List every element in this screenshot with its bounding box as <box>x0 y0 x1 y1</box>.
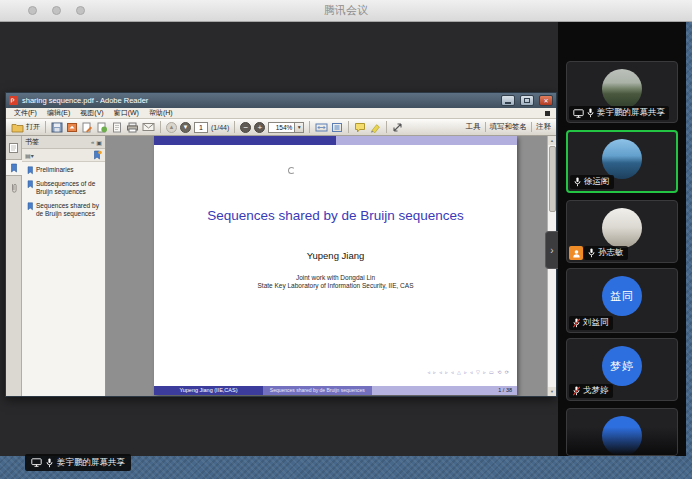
document-canvas: Sequences shared by de Bruijn sequences … <box>106 136 547 396</box>
menu-view[interactable]: 视图(V) <box>75 108 108 118</box>
page-sync-icon <box>96 122 108 133</box>
participant-tile-active-speaker[interactable]: 徐运阁 <box>566 130 678 193</box>
bookmark-item[interactable]: Sequences shared by de Bruijn sequences <box>27 202 102 219</box>
close-button[interactable]: ✕ <box>539 95 553 106</box>
zoom-in-button[interactable]: + <box>254 122 265 133</box>
mac-close-button[interactable] <box>28 6 37 15</box>
next-page-button[interactable]: ▼ <box>180 122 191 133</box>
previous-page-button[interactable]: ▲ <box>166 122 177 133</box>
page-thumbnails-icon <box>8 142 19 154</box>
export-pdf-button[interactable] <box>96 121 108 134</box>
participant-name: 孙志敏 <box>598 247 624 259</box>
fullscreen-arrows-icon <box>392 122 403 133</box>
mic-muted-icon <box>573 386 580 396</box>
bookmark-label: Subsequences of de Bruijn sequences <box>36 180 102 197</box>
comment-panel-button[interactable]: 注释 <box>536 122 551 132</box>
zoom-dropdown-button[interactable]: ▼ <box>295 122 304 133</box>
footer-author: Yupeng Jiang (IIE,CAS) <box>154 386 263 395</box>
participant-tile-partial[interactable] <box>566 408 678 456</box>
fill-sign-button[interactable]: 填写和签名 <box>490 122 528 132</box>
bookmark-options-button[interactable]: ▤▾ <box>25 152 34 159</box>
zoom-control: 154% ▼ <box>268 122 304 133</box>
bookmarks-toolbar: ▤▾ <box>22 149 105 162</box>
restore-button[interactable] <box>520 95 534 106</box>
screen-share-icon <box>573 109 584 118</box>
print-button[interactable] <box>126 121 139 134</box>
paperclip-icon <box>9 182 18 194</box>
slide-joint-line2: State Key Laboratory of Information Secu… <box>154 282 517 289</box>
footer-page-number: 1 / 38 <box>372 386 517 395</box>
bookmark-item[interactable]: Subsequences of de Bruijn sequences <box>27 180 102 197</box>
mic-on-icon <box>588 248 595 258</box>
highlight-button[interactable] <box>369 121 381 134</box>
convert-pdf-icon <box>66 122 78 133</box>
scroll-down-icon[interactable]: ▼ <box>548 387 556 396</box>
minimize-button[interactable] <box>501 95 515 106</box>
menu-file[interactable]: 文件(F) <box>9 108 42 118</box>
attachments-tab[interactable] <box>6 179 22 196</box>
fit-width-button[interactable] <box>315 121 328 134</box>
participant-name: 徐运阁 <box>584 176 610 188</box>
add-bookmark-icon <box>93 150 102 160</box>
zoom-level-value[interactable]: 154% <box>268 122 295 133</box>
page-thumbnails-tab[interactable] <box>6 139 22 156</box>
slide-author: Yupeng Jiang <box>154 250 517 261</box>
participant-tile[interactable]: 梦婷 戈梦婷 <box>566 338 678 401</box>
scrollbar-thumb[interactable] <box>549 146 556 212</box>
participant-tile-sharer[interactable]: 姜宇鹏的屏幕共享 <box>566 61 678 123</box>
bookmark-icon <box>27 166 34 175</box>
panel-options-icon[interactable]: ▣ <box>96 139 102 146</box>
participant-name: 戈梦婷 <box>583 385 609 397</box>
document-icon <box>111 122 123 133</box>
bookmarks-tab[interactable] <box>6 159 22 176</box>
participant-tile[interactable]: 孙志敏 <box>566 200 678 263</box>
save-icon <box>51 122 63 133</box>
menu-help[interactable]: 帮助(H) <box>144 108 178 118</box>
mac-zoom-button[interactable] <box>76 6 85 15</box>
bookmarks-title: 书签 <box>25 137 89 147</box>
bookmark-icon <box>10 163 18 173</box>
open-label: 打开 <box>26 122 40 132</box>
pdf-slide: Sequences shared by de Bruijn sequences … <box>154 136 517 395</box>
save-button[interactable] <box>51 121 63 134</box>
convert-pdf-button[interactable] <box>66 121 78 134</box>
mic-muted-icon <box>573 318 580 328</box>
adobe-titlebar: sharing sequence.pdf - Adobe Reader ✕ <box>6 93 556 108</box>
email-button[interactable] <box>142 121 155 134</box>
mic-on-icon <box>574 177 581 187</box>
bookmark-icon <box>27 180 34 189</box>
participant-name: 姜宇鹏的屏幕共享 <box>597 107 665 119</box>
menu-edit[interactable]: 编辑(E) <box>42 108 75 118</box>
avatar-initials: 益同 <box>602 276 642 316</box>
sidebar-collapse-handle[interactable]: › <box>545 231 558 269</box>
scroll-up-icon[interactable]: ▲ <box>548 136 556 145</box>
zoom-out-button[interactable]: − <box>240 122 251 133</box>
avatar <box>602 69 642 109</box>
avatar <box>602 139 642 179</box>
adobe-window-title: sharing sequence.pdf - Adobe Reader <box>22 96 496 105</box>
mac-minimize-button[interactable] <box>52 6 61 15</box>
footer-title: Sequences shared by de Bruijn sequences <box>263 386 372 395</box>
page-number-input[interactable] <box>194 122 208 133</box>
collapse-panel-icon[interactable]: « <box>91 139 94 145</box>
bookmarks-panel: 书签 « ▣ ▤▾ Preliminaries Subsequences of … <box>22 136 106 396</box>
screen-share-banner: 姜宇鹏的屏幕共享 <box>25 454 131 471</box>
tools-button[interactable]: 工具 <box>466 122 481 132</box>
open-button[interactable]: 打开 <box>11 121 40 134</box>
participant-tile[interactable]: 益同 刘益同 <box>566 268 678 333</box>
meeting-window-title: 腾讯会议 <box>0 3 692 18</box>
mic-on-icon <box>587 108 594 118</box>
copy-file-button[interactable] <box>111 121 123 134</box>
fit-page-button[interactable] <box>331 121 343 134</box>
sign-document-button[interactable] <box>81 121 93 134</box>
add-comment-button[interactable] <box>354 121 366 134</box>
printer-icon <box>126 122 139 133</box>
slide-footer: Yupeng Jiang (IIE,CAS) Sequences shared … <box>154 386 517 395</box>
bookmark-item[interactable]: Preliminaries <box>27 166 102 175</box>
person-badge-icon <box>569 246 583 260</box>
mic-on-icon <box>46 458 53 468</box>
fullscreen-button[interactable] <box>392 121 403 134</box>
menu-window[interactable]: 窗口(W) <box>109 108 144 118</box>
page-pen-icon <box>81 122 93 133</box>
adobe-menubar: 文件(F) 编辑(E) 视图(V) 窗口(W) 帮助(H) <box>6 108 556 119</box>
